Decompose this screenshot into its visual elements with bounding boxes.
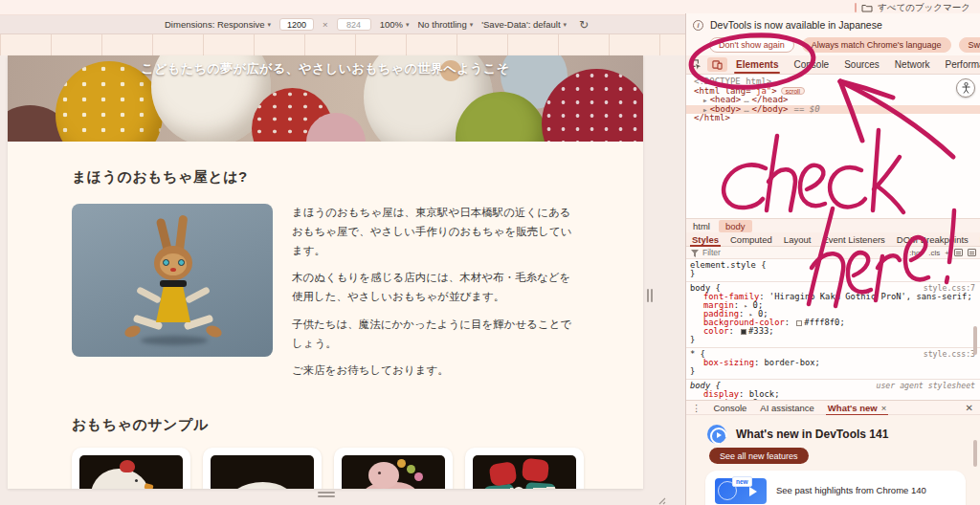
new-badge: new — [732, 476, 752, 487]
breadcrumb-body[interactable]: body — [719, 220, 752, 232]
rotate-viewport-icon[interactable]: ↻ — [579, 19, 589, 31]
tab-properties[interactable]: Properties — [974, 232, 980, 247]
computed-panel-icon[interactable] — [954, 249, 963, 256]
color-swatch[interactable] — [796, 320, 802, 326]
breadcrumb-html[interactable]: html — [686, 220, 717, 232]
chevron-down-icon: ▾ — [564, 21, 568, 29]
match-language-button[interactable]: Always match Chrome's language — [802, 37, 951, 53]
save-data-select[interactable]: 'Save-Data': default ▾ — [481, 19, 567, 30]
selected-node-hint: == $0 — [794, 105, 820, 115]
styles-filter-input[interactable] — [702, 248, 817, 257]
devtools-panel: i DevTools is now available in Japanese … — [685, 13, 980, 505]
tab-console[interactable]: Console — [786, 55, 836, 74]
tab-computed[interactable]: Computed — [724, 232, 778, 247]
infobar-message: DevTools is now available in Japanese — [710, 19, 882, 31]
tab-dom-breakpoints[interactable]: DOM Breakpoints — [891, 232, 974, 247]
drawer-tab-ai-assistance[interactable]: AI assistance — [753, 400, 821, 415]
hover-state-toggle[interactable]: :hov — [909, 249, 924, 257]
whats-new-panel: What's new in DevTools 141 See all new f… — [686, 415, 980, 505]
throttling-select[interactable]: No throttling ▾ — [417, 19, 473, 30]
css-prop-color[interactable]: color — [703, 326, 728, 336]
accessibility-person-icon[interactable] — [956, 78, 975, 98]
styles-sidebar-tabs: Styles Computed Layout Event Listeners D… — [686, 232, 980, 247]
styles-scrollbar-thumb[interactable] — [973, 326, 977, 355]
new-style-rule-button[interactable]: + — [945, 249, 949, 257]
tab-network[interactable]: Network — [887, 55, 938, 74]
all-bookmarks-label[interactable]: すべてのブックマーク — [878, 2, 970, 14]
devtools-infobar: i DevTools is now available in Japanese … — [686, 13, 980, 55]
highlights-card[interactable]: new See past highlights from Chrome 140 — [705, 471, 966, 505]
class-toggle[interactable]: .cls — [928, 249, 940, 257]
chevron-down-icon: ▾ — [406, 21, 410, 29]
css-rule-body[interactable]: style.css:7 body { font-family: 'Hiragin… — [686, 282, 980, 348]
see-all-features-button[interactable]: See all new features — [709, 448, 809, 464]
css-rule-star[interactable]: style.css:3 * { box-sizing: border-box; … — [686, 348, 980, 380]
throttling-value: No throttling — [417, 19, 466, 30]
sample-cards — [72, 448, 579, 489]
drawer-tabbar: ⋮ Console AI assistance What's new × ✕ — [686, 400, 980, 415]
twirl-icon: ▶ — [703, 96, 707, 105]
bookmarks-separator — [855, 3, 857, 12]
highlights-card-text: See past highlights from Chrome 140 — [776, 485, 926, 495]
sample-card-chicken — [72, 448, 190, 489]
color-swatch[interactable] — [741, 329, 746, 335]
zoom-select[interactable]: 100% ▾ — [380, 19, 410, 30]
user-agent-stylesheet-label: user agent stylesheet — [876, 382, 975, 390]
zoom-value: 100% — [380, 19, 403, 30]
layout-panel-icon[interactable] — [968, 249, 976, 256]
dimensions-label: Dimensions: Responsive — [165, 19, 265, 30]
device-toolbar: Dimensions: Responsive ▾ × 100% ▾ No thr… — [0, 15, 685, 34]
chicken-plush-photo — [79, 455, 183, 489]
tree-row-html-end[interactable]: </html> — [686, 114, 980, 123]
tree-row-body-selected[interactable]: ▶ <body>…</body> == $0 — [686, 105, 980, 115]
device-toolbar-toggle-icon[interactable] — [707, 57, 727, 72]
drawer-menu-icon[interactable]: ⋮ — [686, 403, 707, 413]
tab-elements[interactable]: Elements — [728, 55, 786, 74]
css-rule-inline[interactable]: element.style { } — [686, 259, 980, 282]
viewport-resize-handle-corner[interactable] — [657, 492, 666, 505]
hero-title: こどもたちの夢が広がる、やさしいおもちゃの世界へようこそ — [8, 60, 643, 77]
sample-card-dinosaur — [334, 448, 453, 489]
ruler — [0, 34, 685, 55]
elements-tree: <!DOCTYPE html> <html lang="ja"> scroll … — [686, 75, 980, 218]
css-prop-box-sizing[interactable]: box-sizing — [703, 358, 754, 367]
inspect-element-icon[interactable] — [686, 55, 706, 74]
css-source-link[interactable]: style.css:3 — [924, 350, 975, 359]
css-source-link[interactable]: style.css:7 — [924, 284, 975, 293]
dimensions-times: × — [323, 19, 328, 30]
screenshot-root: すべてのブックマーク Dimensions: Responsive ▾ × 10… — [0, 0, 980, 505]
samples-heading: おもちゃのサンプル — [72, 416, 579, 434]
chevron-down-icon: ▾ — [470, 21, 474, 29]
viewport-resize-handle-right[interactable] — [647, 289, 653, 302]
drawer-tab-whats-new[interactable]: What's new × — [821, 400, 893, 415]
sample-card-booties — [465, 448, 584, 489]
close-tab-icon[interactable]: × — [881, 403, 887, 413]
tab-performance[interactable]: Performance — [938, 55, 980, 74]
dom-breadcrumb: html body — [686, 218, 980, 232]
sheep-plush-photo — [211, 455, 314, 489]
about-heading: まほうのおもちゃ屋とは? — [72, 168, 579, 187]
about-text: まほうのおもちゃ屋は、東京駅や日本橋駅の近くにあるおもちゃ屋で、やさしい手作りの… — [292, 204, 579, 389]
sample-card-sheep — [203, 448, 322, 489]
tab-sources[interactable]: Sources — [836, 55, 887, 74]
dimensions-select[interactable]: Dimensions: Responsive ▾ — [165, 19, 271, 30]
rabbit-toy-image — [72, 204, 273, 357]
drawer-tab-console[interactable]: Console — [707, 400, 754, 415]
switch-to-japanese-button[interactable]: Switch DevTools to Japanese — [959, 37, 980, 53]
viewport-width-input[interactable] — [279, 18, 314, 31]
drawer-scrollbar-thumb[interactable] — [973, 440, 977, 467]
tab-layout[interactable]: Layout — [778, 232, 817, 247]
emulated-page: こどもたちの夢が広がる、やさしいおもちゃの世界へようこそ まほうのおもちゃ屋とは… — [8, 55, 643, 489]
device-mode-area: こどもたちの夢が広がる、やさしいおもちゃの世界へようこそ まほうのおもちゃ屋とは… — [0, 34, 685, 505]
pink-dinosaur-plush-photo — [342, 455, 445, 489]
devtools-tabbar: Elements Console Sources Network Perform… — [686, 55, 980, 75]
viewport-resize-handle-bottom[interactable] — [318, 492, 335, 497]
whats-new-heading: What's new in DevTools 141 — [736, 428, 888, 441]
styles-filter-bar: :hov .cls + — [686, 247, 980, 259]
info-icon: i — [693, 20, 703, 31]
dont-show-again-button[interactable]: Don't show again — [709, 37, 794, 53]
about-paragraph: 木のぬくもりを感じる店内には、木材や布・毛糸などを使用した、やさしいおもちゃが並… — [292, 269, 579, 307]
tab-event-listeners[interactable]: Event Listeners — [816, 232, 890, 247]
drawer-close-icon[interactable]: ✕ — [958, 403, 980, 413]
viewport-height-input[interactable] — [337, 18, 371, 31]
